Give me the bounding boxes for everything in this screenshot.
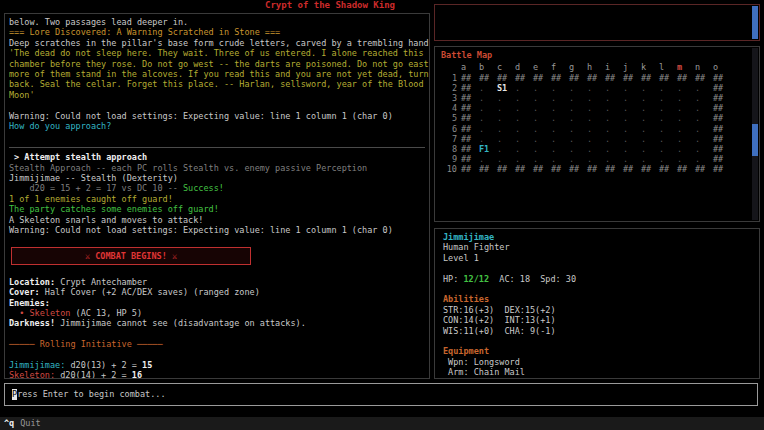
map-header-row: abcdefghijklmno (441, 62, 753, 72)
map-wall-cell: ## (461, 103, 479, 113)
log-line: Moon' (9, 90, 425, 100)
battle-map-scrollbar[interactable] (752, 48, 758, 220)
log-line: ───── Rolling Initiative ───── (9, 339, 425, 349)
map-floor-cell: . (479, 134, 497, 144)
map-floor-cell: . (695, 124, 713, 134)
map-floor-cell: . (497, 124, 515, 134)
map-floor-cell: . (605, 83, 623, 93)
map-col-label: a (461, 62, 479, 72)
map-wall-cell: ## (461, 83, 479, 93)
log-line: Cover: Half Cover (+2 AC/DEX saves) (ran… (9, 287, 425, 297)
equipment-weapon: Wpn: Longsword (443, 357, 751, 367)
map-floor-cell: . (515, 83, 533, 93)
map-col-label: k (641, 62, 659, 72)
spacer (443, 263, 751, 273)
footer-label-quit[interactable]: Quit (20, 418, 40, 428)
map-floor-cell: . (659, 83, 677, 93)
log-line: d20 = 15 + 2 = 17 vs DC 10 -- Success! (9, 183, 425, 193)
map-col-label: j (623, 62, 641, 72)
map-floor-cell: . (569, 144, 587, 154)
map-floor-cell: . (695, 144, 713, 154)
map-floor-cell: . (587, 144, 605, 154)
map-unit-F1[interactable]: F1 (479, 144, 497, 154)
map-col-label: m (677, 62, 695, 72)
map-floor-cell: . (551, 134, 569, 144)
character-name: Jimmijimae (443, 232, 751, 242)
map-floor-cell: . (695, 154, 713, 164)
map-wall-cell: ## (713, 124, 731, 134)
equipment-header: Equipment (443, 346, 751, 356)
map-floor-cell: . (623, 134, 641, 144)
map-wall-cell: ## (479, 164, 497, 174)
map-wall-cell: ## (659, 164, 677, 174)
map-floor-cell: . (551, 113, 569, 123)
battle-map-panel: Battle Map abcdefghijklmno1#############… (434, 46, 760, 222)
log-line: Warning: Could not load settings: Expect… (9, 225, 425, 235)
map-col-label: e (533, 62, 551, 72)
map-wall-cell: ## (713, 113, 731, 123)
spacer (443, 284, 751, 294)
map-row-4: 4##.............## (441, 103, 753, 113)
scrollbar-thumb[interactable] (752, 124, 758, 156)
stat-line-str-dex: STR:16(+3) DEX:15(+2) (443, 305, 751, 315)
log-line: Location: Crypt Antechamber (9, 277, 425, 287)
battle-map-title: Battle Map (441, 50, 753, 60)
map-floor-cell: . (623, 124, 641, 134)
map-floor-cell: . (641, 113, 659, 123)
log-line: === Lore Discovered: A Warning Scratched… (9, 27, 425, 37)
map-row-3: 3##.............## (441, 93, 753, 103)
map-wall-cell: ## (461, 73, 479, 83)
log-line: 1 of 1 enemies caught off guard! (9, 194, 425, 204)
map-floor-cell: . (623, 144, 641, 154)
map-row-7: 7##.............## (441, 134, 753, 144)
map-wall-cell: ## (479, 73, 497, 83)
map-floor-cell: . (605, 134, 623, 144)
map-floor-cell: . (659, 134, 677, 144)
map-floor-cell: . (551, 83, 569, 93)
map-floor-cell: . (497, 93, 515, 103)
equipment-armor: Arm: Chain Mail (443, 367, 751, 377)
map-floor-cell: . (569, 103, 587, 113)
map-col-label: b (479, 62, 497, 72)
map-unit-S1[interactable]: S1 (497, 83, 515, 93)
log-line: Jimmijimae: d20(13) + 2 = 15 (9, 360, 425, 370)
map-floor-cell: . (659, 93, 677, 103)
map-floor-cell: . (551, 93, 569, 103)
map-floor-cell: . (605, 113, 623, 123)
map-wall-cell: ## (551, 164, 569, 174)
dice-panel-scrollbar[interactable] (752, 6, 758, 39)
map-floor-cell: . (569, 154, 587, 164)
map-floor-cell: . (659, 103, 677, 113)
footer-key-quit[interactable]: ^q (4, 418, 14, 428)
map-col-label: g (569, 62, 587, 72)
hp-label: HP: (443, 274, 463, 284)
log-line: Warning: Could not load settings: Expect… (9, 111, 425, 121)
map-floor-cell: . (605, 154, 623, 164)
map-wall-cell: ## (659, 73, 677, 83)
map-col-label: o (713, 62, 731, 72)
map-floor-cell: . (695, 113, 713, 123)
log-line: How do you approach? (9, 121, 425, 131)
footer-bar: ^qQuit (0, 417, 764, 430)
command-input[interactable]: Press Enter to begin combat... (4, 383, 758, 406)
character-race-class: Human Fighter (443, 242, 751, 252)
log-line: Jimmijimae -- Stealth (Dexterity) (9, 173, 425, 183)
map-row-2: 2##.S1...........## (441, 83, 753, 93)
character-level: Level 1 (443, 253, 751, 263)
spacer (443, 336, 751, 346)
map-floor-cell: . (569, 124, 587, 134)
scrollbar-thumb[interactable] (752, 6, 758, 39)
game-log-panel[interactable]: below. Two passages lead deeper in.=== L… (4, 13, 430, 379)
map-col-label: i (605, 62, 623, 72)
log-blank-line (9, 100, 425, 110)
character-sheet-panel: Jimmijimae Human Fighter Level 1 HP: 12/… (434, 228, 760, 379)
log-line: Deep scratches in the pillar's base form… (9, 38, 425, 48)
map-wall-cell: ## (569, 73, 587, 83)
map-wall-cell: ## (551, 73, 569, 83)
log-line: > Attempt stealth approach (9, 152, 425, 162)
map-wall-cell: ## (461, 154, 479, 164)
map-col-label: n (695, 62, 713, 72)
log-line: The party catches some enemies off guard… (9, 204, 425, 214)
abilities-header: Abilities (443, 294, 751, 304)
map-floor-cell: . (479, 103, 497, 113)
